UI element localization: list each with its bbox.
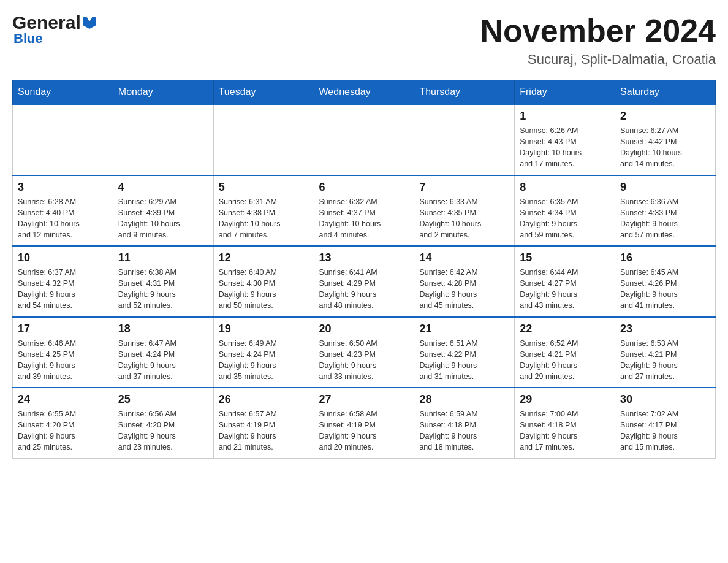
day-info: Sunrise: 6:57 AMSunset: 4:19 PMDaylight:… [219,408,309,453]
day-info: Sunrise: 6:55 AMSunset: 4:20 PMDaylight:… [18,408,108,453]
calendar-cell: 21Sunrise: 6:51 AMSunset: 4:22 PMDayligh… [414,317,515,388]
calendar-cell [414,104,515,175]
calendar-cell: 28Sunrise: 6:59 AMSunset: 4:18 PMDayligh… [414,388,515,458]
day-number: 25 [118,393,208,406]
day-number: 5 [219,181,309,194]
day-number: 28 [419,393,509,406]
day-number: 14 [419,251,509,264]
calendar-cell: 10Sunrise: 6:37 AMSunset: 4:32 PMDayligh… [13,246,113,317]
logo-arrow-icon [83,17,96,29]
day-info: Sunrise: 6:42 AMSunset: 4:28 PMDaylight:… [419,267,509,312]
calendar-cell: 24Sunrise: 6:55 AMSunset: 4:20 PMDayligh… [13,388,113,458]
column-header-saturday: Saturday [615,80,716,105]
day-number: 1 [520,110,610,123]
column-header-friday: Friday [515,80,615,105]
calendar-cell: 22Sunrise: 6:52 AMSunset: 4:21 PMDayligh… [515,317,615,388]
column-header-monday: Monday [113,80,213,105]
calendar-week-5: 24Sunrise: 6:55 AMSunset: 4:20 PMDayligh… [13,388,716,458]
day-number: 19 [219,323,309,335]
column-header-tuesday: Tuesday [213,80,314,105]
calendar-cell: 25Sunrise: 6:56 AMSunset: 4:20 PMDayligh… [113,388,213,458]
calendar-cell: 29Sunrise: 7:00 AMSunset: 4:18 PMDayligh… [515,388,615,458]
logo: General Blue [12,12,96,47]
day-number: 18 [118,323,208,335]
day-number: 30 [620,393,710,406]
column-header-thursday: Thursday [414,80,515,105]
day-info: Sunrise: 6:41 AMSunset: 4:29 PMDaylight:… [319,267,409,312]
day-number: 26 [219,393,309,406]
calendar-cell: 27Sunrise: 6:58 AMSunset: 4:19 PMDayligh… [314,388,414,458]
day-number: 29 [520,393,610,406]
day-number: 21 [419,323,509,335]
column-header-sunday: Sunday [13,80,113,105]
calendar-cell [13,104,113,175]
logo-general-text: General [12,12,81,33]
calendar-cell [314,104,414,175]
calendar-cell: 4Sunrise: 6:29 AMSunset: 4:39 PMDaylight… [113,175,213,247]
day-number: 6 [319,181,409,194]
calendar-week-1: 1Sunrise: 6:26 AMSunset: 4:43 PMDaylight… [13,104,716,175]
calendar-cell [213,104,314,175]
calendar-cell: 18Sunrise: 6:47 AMSunset: 4:24 PMDayligh… [113,317,213,388]
calendar-cell: 7Sunrise: 6:33 AMSunset: 4:35 PMDaylight… [414,175,515,247]
day-info: Sunrise: 6:37 AMSunset: 4:32 PMDaylight:… [18,267,108,312]
day-info: Sunrise: 6:36 AMSunset: 4:33 PMDaylight:… [620,196,710,241]
day-number: 16 [620,251,710,264]
calendar-cell [113,104,213,175]
calendar-cell: 13Sunrise: 6:41 AMSunset: 4:29 PMDayligh… [314,246,414,317]
month-title: November 2024 [480,12,716,49]
page-header: General Blue November 2024 Sucuraj, Spli… [12,12,716,67]
day-number: 3 [18,181,108,194]
day-info: Sunrise: 6:28 AMSunset: 4:40 PMDaylight:… [18,196,108,241]
calendar-cell: 15Sunrise: 6:44 AMSunset: 4:27 PMDayligh… [515,246,615,317]
logo-blue-text: Blue [12,31,43,47]
calendar-cell: 3Sunrise: 6:28 AMSunset: 4:40 PMDaylight… [13,175,113,247]
day-number: 13 [319,251,409,264]
day-info: Sunrise: 6:35 AMSunset: 4:34 PMDaylight:… [520,196,610,241]
calendar-cell: 16Sunrise: 6:45 AMSunset: 4:26 PMDayligh… [615,246,716,317]
day-info: Sunrise: 7:02 AMSunset: 4:17 PMDaylight:… [620,408,710,453]
calendar-cell: 9Sunrise: 6:36 AMSunset: 4:33 PMDaylight… [615,175,716,247]
day-number: 24 [18,393,108,406]
calendar-cell: 20Sunrise: 6:50 AMSunset: 4:23 PMDayligh… [314,317,414,388]
day-info: Sunrise: 6:50 AMSunset: 4:23 PMDaylight:… [319,338,409,383]
day-number: 12 [219,251,309,264]
day-number: 10 [18,251,108,264]
calendar-cell: 14Sunrise: 6:42 AMSunset: 4:28 PMDayligh… [414,246,515,317]
calendar-cell: 30Sunrise: 7:02 AMSunset: 4:17 PMDayligh… [615,388,716,458]
day-number: 2 [620,110,710,123]
location-title: Sucuraj, Split-Dalmatia, Croatia [480,52,716,67]
calendar-cell: 8Sunrise: 6:35 AMSunset: 4:34 PMDaylight… [515,175,615,247]
day-number: 15 [520,251,610,264]
calendar-cell: 12Sunrise: 6:40 AMSunset: 4:30 PMDayligh… [213,246,314,317]
day-info: Sunrise: 6:26 AMSunset: 4:43 PMDaylight:… [520,125,610,170]
day-info: Sunrise: 6:31 AMSunset: 4:38 PMDaylight:… [219,196,309,241]
calendar-table: SundayMondayTuesdayWednesdayThursdayFrid… [12,80,716,459]
calendar-week-2: 3Sunrise: 6:28 AMSunset: 4:40 PMDaylight… [13,175,716,247]
calendar-cell: 11Sunrise: 6:38 AMSunset: 4:31 PMDayligh… [113,246,213,317]
calendar-cell: 23Sunrise: 6:53 AMSunset: 4:21 PMDayligh… [615,317,716,388]
day-info: Sunrise: 7:00 AMSunset: 4:18 PMDaylight:… [520,408,610,453]
day-number: 27 [319,393,409,406]
day-info: Sunrise: 6:58 AMSunset: 4:19 PMDaylight:… [319,408,409,453]
day-info: Sunrise: 6:32 AMSunset: 4:37 PMDaylight:… [319,196,409,241]
title-block: November 2024 Sucuraj, Split-Dalmatia, C… [480,12,716,67]
day-number: 22 [520,323,610,335]
day-info: Sunrise: 6:40 AMSunset: 4:30 PMDaylight:… [219,267,309,312]
day-info: Sunrise: 6:56 AMSunset: 4:20 PMDaylight:… [118,408,208,453]
day-info: Sunrise: 6:29 AMSunset: 4:39 PMDaylight:… [118,196,208,241]
day-info: Sunrise: 6:47 AMSunset: 4:24 PMDaylight:… [118,338,208,383]
day-info: Sunrise: 6:38 AMSunset: 4:31 PMDaylight:… [118,267,208,312]
day-number: 9 [620,181,710,194]
day-number: 7 [419,181,509,194]
day-info: Sunrise: 6:49 AMSunset: 4:24 PMDaylight:… [219,338,309,383]
day-number: 4 [118,181,208,194]
day-number: 11 [118,251,208,264]
day-info: Sunrise: 6:27 AMSunset: 4:42 PMDaylight:… [620,125,710,170]
calendar-week-3: 10Sunrise: 6:37 AMSunset: 4:32 PMDayligh… [13,246,716,317]
day-info: Sunrise: 6:52 AMSunset: 4:21 PMDaylight:… [520,338,610,383]
calendar-week-4: 17Sunrise: 6:46 AMSunset: 4:25 PMDayligh… [13,317,716,388]
calendar-cell: 1Sunrise: 6:26 AMSunset: 4:43 PMDaylight… [515,104,615,175]
day-info: Sunrise: 6:33 AMSunset: 4:35 PMDaylight:… [419,196,509,241]
calendar-cell: 19Sunrise: 6:49 AMSunset: 4:24 PMDayligh… [213,317,314,388]
